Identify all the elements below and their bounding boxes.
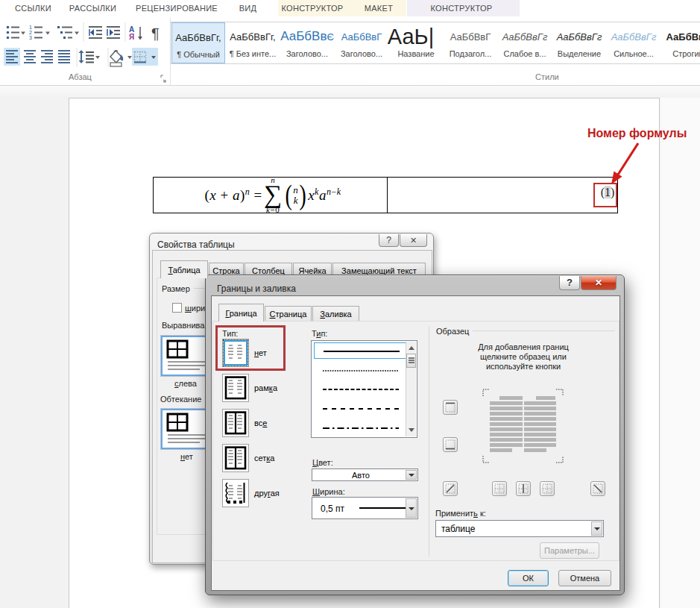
- svg-text:1: 1: [29, 25, 32, 30]
- svg-text:¶: ¶: [151, 25, 160, 42]
- svg-text:Я: Я: [129, 33, 134, 41]
- svg-text:3: 3: [29, 35, 32, 40]
- svg-text:2: 2: [29, 30, 32, 35]
